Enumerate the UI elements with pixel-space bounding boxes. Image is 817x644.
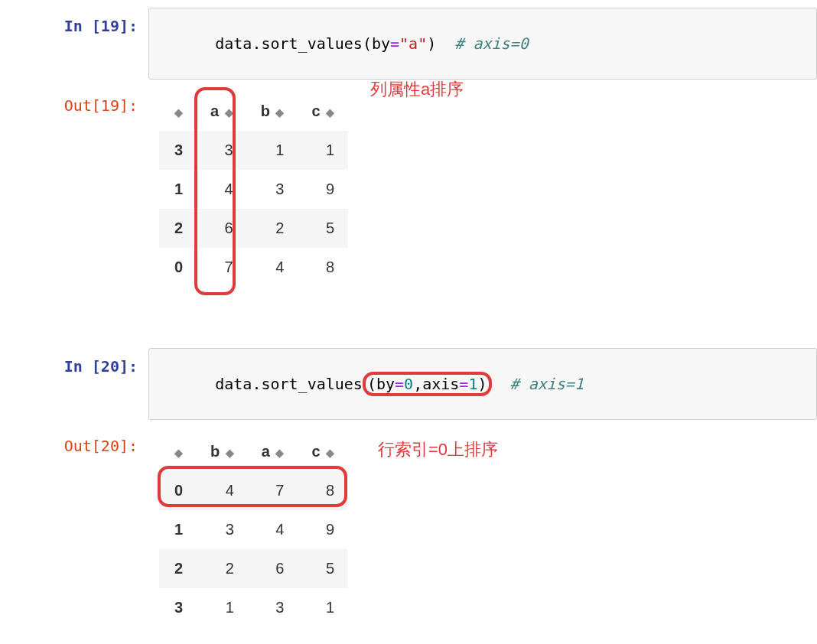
input-cell-20: In [20]: data.sort_values(by=0,axis=1) #… <box>0 348 817 420</box>
cell: 1 <box>298 588 348 627</box>
table-header-c[interactable]: c ◆ <box>298 92 348 131</box>
table-header-index[interactable]: ◆ <box>159 432 197 471</box>
table-header-row: ◆ b ◆ a ◆ c ◆ <box>159 432 348 471</box>
row-index: 2 <box>159 209 197 248</box>
cell: 8 <box>298 248 348 287</box>
cell: 3 <box>197 510 248 549</box>
table-header-a[interactable]: a ◆ <box>197 92 247 131</box>
annotation-20: 行索引=0上排序 <box>378 438 498 461</box>
code-token: , <box>413 375 422 393</box>
table-row: 2 2 6 5 <box>159 549 348 588</box>
sort-icon[interactable]: ◆ <box>226 447 234 458</box>
cell: 7 <box>248 471 298 510</box>
cell: 8 <box>298 471 348 510</box>
code-space <box>492 375 510 393</box>
in-prompt-20: In [20]: <box>0 348 148 376</box>
code-space <box>436 34 454 53</box>
code-token: data.sort_values(by <box>215 34 390 53</box>
table-row: 2 6 2 5 <box>159 209 348 248</box>
cell: 1 <box>247 131 298 170</box>
input-cell-19: In [19]: data.sort_values(by="a") # axis… <box>0 8 817 80</box>
cell: 4 <box>247 248 298 287</box>
code-token: by <box>376 375 395 393</box>
out-prompt-19: Out[19]: <box>0 87 148 115</box>
sort-icon[interactable]: ◆ <box>174 107 183 118</box>
row-index: 2 <box>159 549 197 588</box>
dataframe-table-20: ◆ b ◆ a ◆ c ◆ 0 4 7 8 1 3 <box>159 432 348 627</box>
output-area-20: 行索引=0上排序 ◆ b ◆ a ◆ c ◆ 0 4 7 8 <box>148 428 817 627</box>
code-token: ( <box>367 375 376 393</box>
code-token: = <box>459 375 468 393</box>
row-index: 0 <box>159 471 197 510</box>
highlight-args: (by=0,axis=1) <box>363 372 492 396</box>
code-token: data.sort_values <box>215 375 363 393</box>
cell: 4 <box>197 170 247 209</box>
row-index: 1 <box>159 510 197 549</box>
cell: 3 <box>247 170 298 209</box>
annotation-19: 列属性a排序 <box>370 78 464 101</box>
code-token: ) <box>427 34 436 53</box>
dataframe-table-19: ◆ a ◆ b ◆ c ◆ 3 3 1 1 1 4 <box>159 92 348 287</box>
table-header-b[interactable]: b ◆ <box>197 432 248 471</box>
output-cell-20: Out[20]: 行索引=0上排序 ◆ b ◆ a ◆ c ◆ 0 4 <box>0 428 817 627</box>
code-token: = <box>395 375 404 393</box>
cell: 5 <box>298 549 348 588</box>
cell: 4 <box>197 471 248 510</box>
code-comment: # axis=1 <box>510 375 584 393</box>
code-input-20[interactable]: data.sort_values(by=0,axis=1) # axis=1 <box>148 348 817 420</box>
cell: 6 <box>248 549 298 588</box>
cell: 7 <box>197 248 247 287</box>
output-area-19: 列属性a排序 ◆ a ◆ b ◆ c ◆ 3 3 1 1 <box>148 87 817 287</box>
notebook-root: In [19]: data.sort_values(by="a") # axis… <box>0 0 817 627</box>
output-cell-19: Out[19]: 列属性a排序 ◆ a ◆ b ◆ c ◆ 3 3 1 <box>0 87 817 287</box>
cell: 5 <box>298 209 348 248</box>
table-header-b[interactable]: b ◆ <box>247 92 298 131</box>
out-prompt-20: Out[20]: <box>0 428 148 455</box>
code-token: 0 <box>404 375 413 393</box>
cell: 1 <box>298 131 348 170</box>
table-row: 1 3 4 9 <box>159 510 348 549</box>
code-token: = <box>390 34 399 53</box>
code-comment: # axis=0 <box>454 34 528 53</box>
cell: 6 <box>197 209 247 248</box>
row-index: 0 <box>159 248 197 287</box>
in-prompt-19: In [19]: <box>0 8 148 35</box>
code-token: "a" <box>399 34 427 53</box>
table-row: 1 4 3 9 <box>159 170 348 209</box>
cell: 4 <box>248 510 298 549</box>
table-row: 3 3 1 1 <box>159 131 348 170</box>
cell: 1 <box>197 588 248 627</box>
table-row: 3 1 3 1 <box>159 588 348 627</box>
table-header-index[interactable]: ◆ <box>159 92 197 131</box>
table-header-a[interactable]: a ◆ <box>248 432 298 471</box>
sort-icon[interactable]: ◆ <box>326 107 334 118</box>
table-header-row: ◆ a ◆ b ◆ c ◆ <box>159 92 348 131</box>
cell: 3 <box>197 131 247 170</box>
cell: 3 <box>248 588 298 627</box>
code-input-19[interactable]: data.sort_values(by="a") # axis=0 <box>148 8 817 80</box>
code-token: ) <box>477 375 487 393</box>
code-token: 1 <box>468 375 477 393</box>
sort-icon[interactable]: ◆ <box>174 447 183 458</box>
sort-icon[interactable]: ◆ <box>275 107 284 118</box>
code-token: axis <box>422 375 459 393</box>
row-index: 3 <box>159 131 197 170</box>
row-index: 3 <box>159 588 197 627</box>
cell: 2 <box>247 209 298 248</box>
sort-icon[interactable]: ◆ <box>326 447 334 458</box>
table-row: 0 4 7 8 <box>159 471 348 510</box>
row-index: 1 <box>159 170 197 209</box>
sort-icon[interactable]: ◆ <box>225 107 233 118</box>
table-header-c[interactable]: c ◆ <box>298 432 348 471</box>
sort-icon[interactable]: ◆ <box>275 447 284 458</box>
cell: 9 <box>298 170 348 209</box>
cell: 9 <box>298 510 348 549</box>
table-row: 0 7 4 8 <box>159 248 348 287</box>
cell: 2 <box>197 549 248 588</box>
